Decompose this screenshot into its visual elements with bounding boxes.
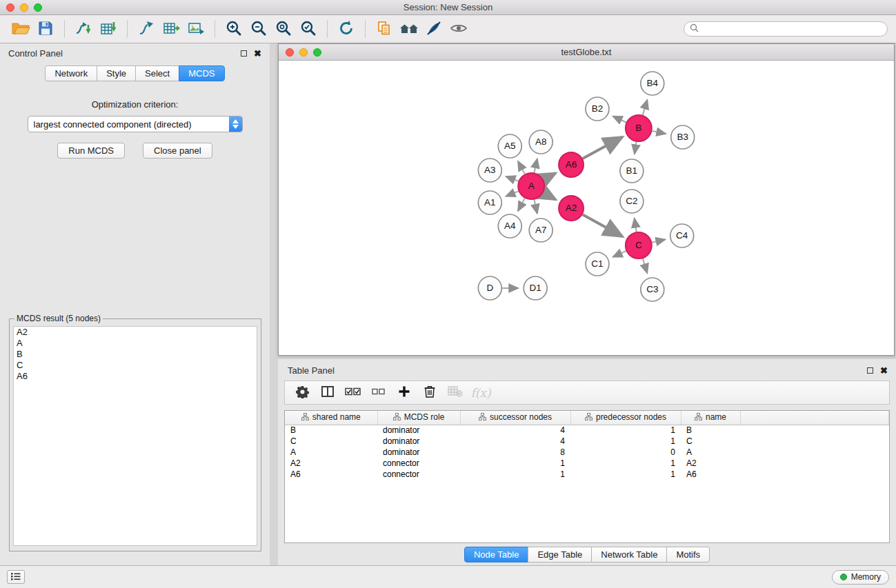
- node-D1[interactable]: D1: [524, 276, 547, 300]
- edge-C-C3[interactable]: [643, 258, 647, 273]
- edge-B-B1[interactable]: [635, 142, 637, 154]
- node-A[interactable]: A: [518, 173, 544, 199]
- export-table-button[interactable]: [159, 18, 183, 40]
- table-cell[interactable]: 4: [460, 436, 570, 447]
- import-network-button[interactable]: [71, 18, 96, 40]
- zoom-in-button[interactable]: [221, 18, 246, 40]
- node-C4[interactable]: C4: [670, 224, 694, 247]
- table-cell[interactable]: 1: [570, 458, 681, 469]
- column-header-successor-nodes[interactable]: successor nodes: [460, 411, 570, 425]
- search-field[interactable]: [684, 21, 888, 37]
- node-B[interactable]: B: [626, 115, 652, 141]
- tab-edge-table[interactable]: Edge Table: [528, 547, 592, 562]
- delete-column-button[interactable]: [419, 383, 440, 403]
- table-cell[interactable]: 1: [460, 458, 570, 469]
- mcds-result-item[interactable]: C: [14, 360, 257, 371]
- node-A3[interactable]: A3: [478, 159, 501, 182]
- export-image-button[interactable]: [183, 18, 208, 40]
- table-cell[interactable]: C: [681, 436, 740, 447]
- home-view-button[interactable]: [397, 18, 421, 40]
- function-builder-button[interactable]: f(x): [470, 383, 491, 403]
- node-C3[interactable]: C3: [641, 278, 664, 301]
- edge-C-C4[interactable]: [652, 239, 665, 242]
- edge-A-A5[interactable]: [518, 161, 525, 174]
- tab-mcds[interactable]: MCDS: [179, 65, 224, 81]
- mcds-result-item[interactable]: A: [14, 338, 257, 349]
- tab-network-table[interactable]: Network Table: [591, 547, 667, 562]
- edge-B-B3[interactable]: [652, 131, 666, 134]
- table-cell[interactable]: connector: [377, 458, 460, 469]
- apply-layout-button[interactable]: [334, 18, 359, 40]
- table-cell[interactable]: 1: [460, 469, 570, 480]
- table-cell[interactable]: B: [681, 425, 740, 436]
- table-row[interactable]: A6connector11A6: [285, 469, 889, 480]
- import-table-button[interactable]: [96, 18, 121, 40]
- table-cell[interactable]: A2: [681, 458, 740, 469]
- table-cell[interactable]: A2: [285, 458, 377, 469]
- table-cell[interactable]: C: [285, 436, 377, 447]
- node-A1[interactable]: A1: [478, 191, 501, 214]
- table-cell[interactable]: A: [285, 447, 377, 458]
- zoom-selected-button[interactable]: [296, 18, 321, 40]
- table-cell[interactable]: A6: [285, 469, 377, 480]
- tab-network[interactable]: Network: [45, 65, 97, 81]
- select-all-button[interactable]: [343, 383, 364, 403]
- new-network-from-selection-button[interactable]: [372, 18, 397, 40]
- deselect-all-button[interactable]: [368, 383, 389, 403]
- mcds-result-item[interactable]: B: [14, 349, 257, 360]
- network-canvas[interactable]: B4B2BB3A5A8A6A3B1AC2A1A2A4A7C4CC1C3DD1: [279, 61, 894, 355]
- edge-A-A3[interactable]: [506, 176, 519, 181]
- mcds-result-list[interactable]: A2ABCA6: [13, 326, 257, 546]
- column-header-shared-name[interactable]: shared name: [285, 411, 377, 425]
- column-header-name[interactable]: name: [681, 411, 740, 425]
- table-cell[interactable]: 4: [460, 425, 570, 436]
- node-A4[interactable]: A4: [498, 214, 521, 238]
- show-columns-button[interactable]: [317, 383, 338, 403]
- close-panel-icon[interactable]: ✖: [254, 49, 261, 58]
- node-A7[interactable]: A7: [529, 219, 552, 242]
- node-C2[interactable]: C2: [620, 190, 644, 213]
- node-B4[interactable]: B4: [641, 72, 664, 95]
- edge-A-A6[interactable]: [544, 173, 555, 179]
- mcds-result-item[interactable]: A2: [14, 327, 257, 338]
- node-A8[interactable]: A8: [529, 130, 552, 154]
- table-row[interactable]: A2connector11A2: [285, 458, 889, 469]
- show-graphics-details-button[interactable]: [446, 18, 471, 40]
- table-cell[interactable]: 1: [570, 469, 681, 480]
- float-table-panel-icon[interactable]: [867, 367, 873, 374]
- table-row[interactable]: Cdominator41C: [285, 436, 889, 447]
- table-cell[interactable]: 8: [460, 447, 570, 458]
- node-C1[interactable]: C1: [586, 252, 609, 276]
- edge-C-C1[interactable]: [613, 251, 626, 257]
- node-A2[interactable]: A2: [559, 196, 584, 221]
- tab-style[interactable]: Style: [97, 65, 136, 81]
- mcds-result-item[interactable]: A6: [14, 371, 257, 382]
- search-input[interactable]: [702, 24, 882, 34]
- table-cell[interactable]: 1: [570, 436, 681, 447]
- edge-A-A7[interactable]: [534, 200, 537, 214]
- edge-A-A1[interactable]: [506, 191, 518, 196]
- close-table-panel-icon[interactable]: ✖: [880, 366, 888, 375]
- show-panels-button[interactable]: [7, 570, 25, 584]
- table-cell[interactable]: A: [681, 447, 740, 458]
- create-column-button[interactable]: [394, 383, 415, 403]
- edge-A6-B[interactable]: [583, 137, 622, 159]
- edge-A-A2[interactable]: [544, 193, 556, 200]
- table-cell[interactable]: dominator: [377, 447, 460, 458]
- table-cell[interactable]: B: [285, 425, 377, 436]
- memory-button[interactable]: Memory: [832, 570, 889, 585]
- column-header-MCDS-role[interactable]: MCDS role: [377, 411, 460, 425]
- tab-node-table[interactable]: Node Table: [464, 547, 529, 562]
- table-mode-button[interactable]: [292, 383, 312, 403]
- edge-A-A8[interactable]: [534, 159, 537, 172]
- tab-select[interactable]: Select: [135, 65, 179, 81]
- table-row[interactable]: Bdominator41B: [285, 425, 889, 436]
- node-B2[interactable]: B2: [586, 97, 609, 121]
- edge-B-B2[interactable]: [613, 116, 626, 123]
- run-mcds-button[interactable]: Run MCDS: [57, 143, 125, 159]
- node-C[interactable]: C: [626, 232, 652, 258]
- table-row[interactable]: Adominator80A: [285, 447, 889, 458]
- open-session-button[interactable]: [8, 18, 33, 40]
- column-header-predecessor-nodes[interactable]: predecessor nodes: [570, 411, 681, 425]
- export-network-button[interactable]: [134, 18, 159, 40]
